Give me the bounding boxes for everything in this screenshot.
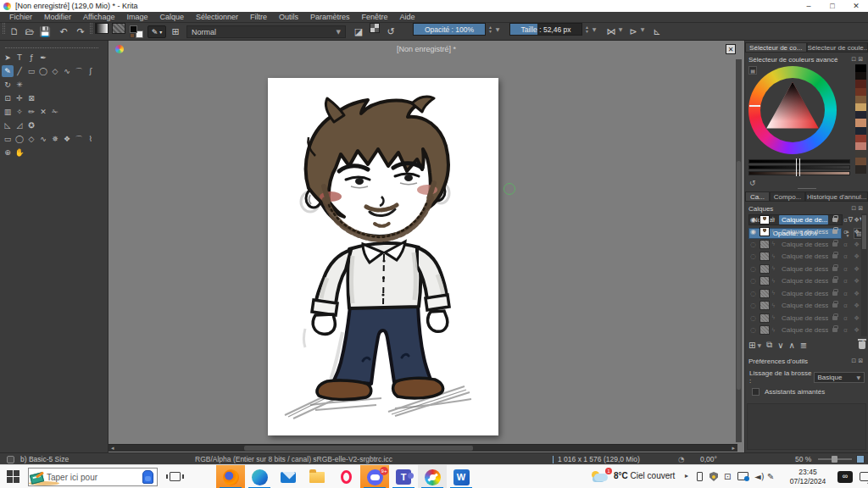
taskbar-file-explorer[interactable]	[303, 465, 331, 488]
color-shade-strips[interactable]	[748, 159, 850, 177]
layer-visibility-icon[interactable]: ◌	[748, 314, 758, 322]
canvas-area[interactable]: [Non enregistré] * ✕	[108, 41, 744, 452]
weather-text[interactable]: 8°C Ciel couvert	[614, 471, 675, 480]
ellipse-tool[interactable]: ◯	[37, 65, 49, 77]
menu-selectionner[interactable]: Sélectionner	[190, 12, 244, 23]
menu-image[interactable]: Image	[120, 12, 153, 23]
menu-fichier[interactable]: Fichier	[3, 12, 38, 23]
pattern-edit-tool[interactable]: ✏	[25, 106, 37, 118]
layer-lock-icon[interactable]	[830, 216, 839, 224]
layer-inherit-alpha-icon[interactable]: ❖	[852, 228, 861, 236]
polygon-tool[interactable]: ◇	[49, 65, 61, 77]
docker-float-close-icons[interactable]: ⊡⊠	[851, 358, 865, 364]
opacity-slider[interactable]: Opacité : 100%	[413, 23, 486, 36]
colorize-mask-tool[interactable]: ✕	[37, 106, 49, 118]
zoom-tool[interactable]: ⊕	[2, 147, 14, 158]
layer-alpha-lock-icon[interactable]: α	[841, 252, 850, 260]
layer-lock-icon[interactable]	[830, 228, 839, 236]
zoom-slider-knob[interactable]	[832, 456, 837, 463]
foreground-background-colors[interactable]	[130, 25, 143, 38]
transform-tool[interactable]: ⊡	[2, 92, 14, 104]
layer-lock-icon[interactable]	[830, 277, 839, 285]
brush-presets-button[interactable]: ⊞	[168, 23, 183, 41]
color-history-swatch[interactable]	[855, 158, 866, 165]
layer-row[interactable]: ◌ϟCalque de dess...α❖	[747, 238, 861, 251]
menu-parametres[interactable]: Paramètres	[304, 12, 356, 23]
taskbar-krita[interactable]	[418, 465, 447, 488]
taskbar-firefox[interactable]	[216, 465, 245, 488]
freehand-selection-tool[interactable]: ∿	[37, 133, 49, 145]
canvas-horizontal-scrollbar[interactable]: ◂ ▸	[108, 444, 737, 452]
layer-inherit-alpha-icon[interactable]: ❖	[852, 277, 861, 285]
taskbar-edge[interactable]	[245, 465, 274, 488]
layer-row[interactable]: ◌ϟCalque de dess...α❖	[747, 287, 861, 300]
rectangle-tool[interactable]: ▭	[25, 65, 37, 77]
save-button[interactable]: 💾	[37, 23, 53, 41]
layer-row[interactable]: ◉ϟCalque de dess...α❖	[747, 226, 861, 239]
redo-button[interactable]: ↷	[73, 23, 88, 41]
color-history-swatch[interactable]	[855, 150, 866, 158]
color-history-swatch[interactable]	[855, 135, 866, 142]
layer-lock-icon[interactable]	[830, 252, 839, 260]
layer-lock-icon[interactable]	[830, 290, 839, 297]
crop-tool[interactable]: ⊠	[25, 92, 37, 104]
menu-affichage[interactable]: Affichage	[77, 12, 120, 23]
volume-icon[interactable]: ◄)	[754, 472, 765, 481]
menu-aide[interactable]: Aide	[394, 12, 421, 23]
layer-inherit-alpha-icon[interactable]: ❖	[852, 216, 861, 224]
layer-lock-icon[interactable]	[830, 241, 839, 248]
layer-visibility-icon[interactable]: ◌	[748, 326, 758, 334]
undo-button[interactable]: ↶	[56, 23, 71, 41]
weather-icon[interactable]: 1	[592, 470, 610, 483]
pan-tool[interactable]: ✋	[14, 147, 25, 158]
opacity-spinner[interactable]: ▲▼	[487, 23, 494, 36]
tab-undo-history[interactable]: Historique d'annul...	[805, 191, 868, 202]
dynamic-brush-tool[interactable]: ↻	[2, 79, 14, 91]
new-document-button[interactable]: 🗋	[7, 23, 22, 41]
scrollbar-thumb[interactable]	[737, 161, 741, 390]
measure-tool[interactable]: ◺	[2, 119, 14, 131]
layer-row[interactable]: ◌ϟCalque de dess...α❖	[747, 324, 861, 337]
bezier-selection-tool[interactable]: ⌒	[73, 133, 85, 145]
preserve-alpha-button[interactable]	[370, 23, 380, 33]
layer-alpha-lock-icon[interactable]: α	[841, 241, 850, 248]
layer-inherit-alpha-icon[interactable]: ❖	[852, 241, 861, 248]
color-history-swatch[interactable]	[855, 64, 866, 72]
color-history-swatch[interactable]	[855, 127, 866, 135]
line-tool[interactable]: ╱	[14, 65, 25, 77]
layer-visibility-icon[interactable]: ◌	[748, 265, 758, 273]
layer-row[interactable]: ◉ϟCalque de de...α❖	[747, 214, 861, 226]
color-history-swatch[interactable]	[855, 72, 866, 80]
menu-filtre[interactable]: Filtre	[244, 12, 273, 23]
taskbar-opera[interactable]	[331, 465, 360, 488]
tray-dark-app-icon[interactable]: ∞	[837, 471, 853, 483]
document-close-button[interactable]: ✕	[726, 44, 736, 54]
zoom-slider[interactable]	[818, 458, 852, 460]
taskbar-search-box[interactable]: Taper ici pour	[28, 468, 158, 486]
elliptical-selection-tool[interactable]: ◯	[14, 133, 25, 145]
layer-alpha-lock-icon[interactable]: α	[841, 277, 850, 285]
menu-calque[interactable]: Calque	[153, 12, 190, 23]
contiguous-selection-tool[interactable]: ❖	[61, 133, 73, 145]
gradient-tool[interactable]: ▥	[2, 106, 14, 118]
chevron-down-icon[interactable]: ▼	[494, 23, 501, 36]
smoothing-select[interactable]: Basique ▼	[814, 372, 865, 383]
pattern-swatch[interactable]	[112, 23, 125, 34]
select-shapes-tool[interactable]: ➤	[2, 52, 14, 64]
layer-row[interactable]: ◌ϟCalque de dess...α❖	[747, 312, 861, 324]
display-tray-icon[interactable]	[737, 472, 748, 480]
assistants-tool[interactable]: ✪	[25, 119, 37, 131]
magnetic-selection-tool[interactable]: ⌇	[85, 133, 97, 145]
minimize-button[interactable]: –	[797, 0, 821, 12]
docker-resize-handle[interactable]	[745, 186, 868, 190]
freehand-path-tool[interactable]: ʃ	[85, 65, 97, 77]
snap-angle-button[interactable]: ⊾	[649, 23, 665, 41]
layer-visibility-icon[interactable]: ◉	[748, 216, 758, 224]
layer-alpha-lock-icon[interactable]: α	[841, 302, 850, 309]
brush-editor-button[interactable]: ✎▾	[147, 25, 166, 38]
freehand-brush-tool[interactable]: ✎	[2, 65, 14, 77]
taskbar-clock[interactable]: 23:45 07/12/2024	[785, 468, 831, 485]
duplicate-layer-button[interactable]: ⧉	[766, 340, 772, 350]
tab-calques[interactable]: Ca...	[745, 191, 770, 202]
action-center-icon[interactable]	[860, 472, 868, 481]
